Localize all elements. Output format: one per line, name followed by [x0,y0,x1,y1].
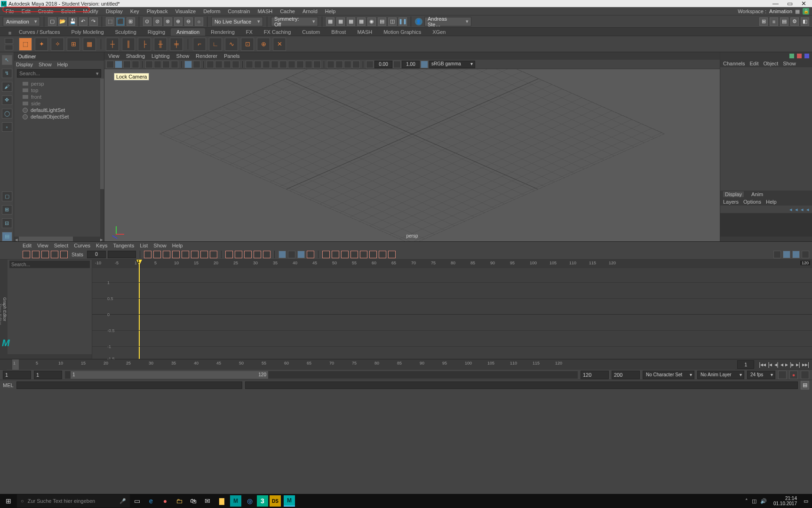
mail-icon[interactable]: ✉ [200,494,215,508]
shelf-button[interactable]: ║ [122,38,135,51]
vp-tool-icon[interactable] [288,61,295,68]
script-lang-label[interactable]: MEL [3,382,14,388]
shelf-button[interactable]: ⊞ [67,38,80,51]
layer-list[interactable] [720,213,812,237]
graph-tool-icon[interactable] [360,251,367,258]
anim-prefs-icon[interactable] [801,371,809,379]
panel-icon[interactable] [789,54,794,58]
shelf-nav-icon[interactable] [5,38,13,44]
menu-file[interactable]: File [2,7,18,16]
gamma-input[interactable] [402,61,420,68]
move-tool-icon[interactable]: ✥ [2,95,12,105]
snap-grid-icon[interactable]: ⊙ [143,17,151,26]
vp-tool-icon[interactable] [344,61,351,68]
open-scene-icon[interactable]: 📂 [58,17,67,26]
viewport-menu[interactable]: View [108,53,119,59]
vp-tool-icon[interactable] [296,61,304,68]
lock-icon[interactable]: 🔒 [803,8,809,15]
shelf-button[interactable]: ⊕ [257,38,270,51]
menu-playback[interactable]: Playback [143,7,172,16]
panel-icon[interactable] [797,54,802,58]
graph-tool-icon[interactable] [254,251,261,258]
outliner-menu[interactable]: Help [57,62,68,67]
shelf-button[interactable]: ∟ [209,38,222,51]
vp-tool-icon[interactable] [123,61,131,68]
vp-tool-icon[interactable] [232,61,239,68]
graph-menu[interactable]: View [37,243,48,248]
graph-tool-icon[interactable] [792,251,800,258]
menu-constrain[interactable]: Constrain [224,7,254,16]
vp-tool-icon[interactable] [327,61,334,68]
shelf-tab[interactable]: Custom [296,28,326,36]
color-mgmt-icon[interactable] [421,61,428,68]
vp-tool-icon[interactable] [313,61,321,68]
tray-chevron-icon[interactable]: ˄ [745,498,748,504]
vp-tool-icon[interactable] [246,61,253,68]
anim-layer-dropdown[interactable]: No Anim Layer [697,371,744,379]
graph-tool-icon[interactable] [235,251,242,258]
render-setup-icon[interactable]: ▤ [378,17,386,26]
maya-taskbar-icon[interactable]: M [284,495,295,507]
shelf-button[interactable]: ╪ [170,38,183,51]
graph-tool-icon[interactable] [783,251,790,258]
layer-icon[interactable]: ◂ [801,206,804,213]
vp-tool-icon[interactable] [171,61,178,68]
vp-tool-icon[interactable] [145,61,153,68]
scrollbar[interactable] [720,237,812,241]
layer-icon[interactable]: ◂ [806,206,809,213]
undo-icon[interactable]: ↶ [79,17,88,26]
graph-tool-icon[interactable] [307,251,314,258]
shelf-menu-icon[interactable]: ≡ [7,30,13,36]
layout-single-icon[interactable]: ▢ [2,191,12,201]
shelf-tab-active[interactable]: Animation [171,28,205,36]
symmetry-dropdown[interactable]: Symmetry: Off [271,17,318,26]
range-end-outer[interactable] [612,371,640,379]
redo-icon[interactable]: ↷ [89,17,98,26]
render-ipr-icon[interactable]: ▦ [336,17,345,26]
step-forward-key-icon[interactable]: ▸| [796,361,800,368]
graph-tool-icon[interactable] [144,251,151,258]
channel-tab[interactable]: Show [783,61,796,66]
select-tool-icon[interactable]: ↖ [2,55,12,65]
menu-edit[interactable]: Edit [18,7,34,16]
attribute-editor-icon[interactable]: ▤ [780,17,788,26]
scrollbar[interactable]: ◂▸ [14,237,104,241]
channel-tab[interactable]: Object [763,61,778,66]
menu-arnold[interactable]: Arnold [299,7,321,16]
viewport-menu[interactable]: Show [176,53,190,59]
outliner-menu[interactable]: Show [39,62,52,67]
graph-tool-icon[interactable] [369,251,377,258]
vp-tool-icon[interactable] [184,61,192,68]
rotate-tool-icon[interactable]: ◯ [2,109,12,119]
shelf-button[interactable]: ╫ [154,38,167,51]
channel-box-icon[interactable]: ≡ [770,17,778,26]
graph-menu[interactable]: Show [153,243,167,248]
viewport-menu[interactable]: Renderer [196,53,217,59]
select-mode-icon[interactable]: ⬚ [106,17,114,26]
vp-tool-icon[interactable] [193,61,200,68]
graph-tool-icon[interactable] [23,251,30,258]
graph-menu[interactable]: List [140,243,148,248]
menu-mash[interactable]: MASH [254,7,276,16]
vp-tool-icon[interactable] [207,61,214,68]
vp-tool-icon[interactable] [106,61,114,68]
close-button[interactable]: ✕ [801,0,806,7]
step-back-key-icon[interactable]: |◂ [768,361,772,368]
shelf-button[interactable]: ✧ [51,38,64,51]
exposure-input[interactable] [374,61,392,68]
snap-plane-icon[interactable]: ⊕ [174,17,183,26]
live-surface-dropdown[interactable]: No Live Surface [211,17,263,26]
panel-icon[interactable] [804,54,809,58]
render-frame-icon[interactable]: ▦ [326,17,334,26]
vp-tool-icon[interactable] [132,61,139,68]
menu-cache[interactable]: Cache [276,7,299,16]
layer-menu[interactable]: Options [743,199,761,205]
play-forward-icon[interactable]: ▸ [785,361,788,368]
shelf-button[interactable]: ✦ [35,38,48,51]
graph-tool-icon[interactable] [60,251,68,258]
scrollbar[interactable] [8,354,92,359]
module-dropdown[interactable]: Animation [3,17,40,26]
graph-tool-icon[interactable] [263,251,271,258]
graph-tool-icon[interactable] [200,251,208,258]
layer-menu[interactable]: Help [766,199,777,205]
